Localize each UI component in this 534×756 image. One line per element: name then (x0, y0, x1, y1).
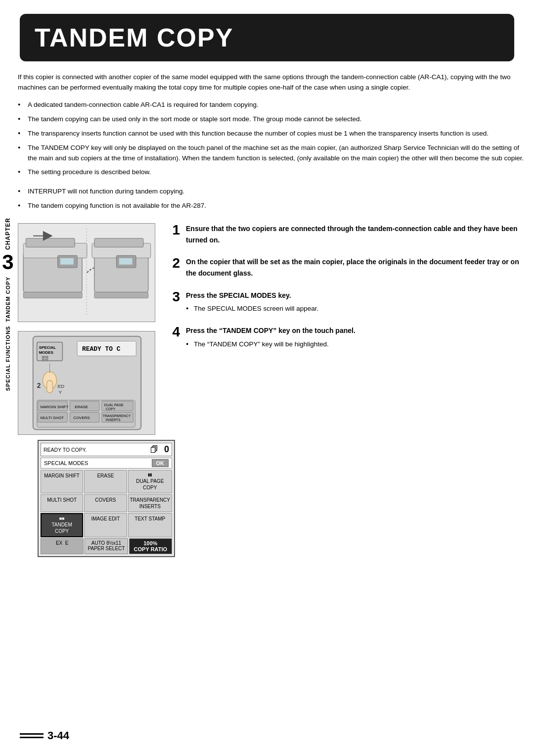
step-4-text: Press the “TANDEM COPY” key on the touch… (186, 325, 356, 352)
ok-button[interactable]: OK (152, 459, 169, 467)
chapter-number: 3 (2, 252, 13, 273)
special-modes-label: SPECIAL MODES (44, 460, 88, 466)
svg-rect-14 (119, 258, 133, 265)
extra-bullet-list: INTERRUPT will not function during tande… (18, 187, 529, 211)
ready-to-copy-row: READY TO COPY. 🗍 0 (41, 443, 172, 456)
step-3-number: 3 (166, 290, 180, 317)
ready-number: 0 (164, 444, 169, 455)
step-2-number: 2 (166, 256, 180, 279)
svg-rect-9 (94, 238, 143, 247)
svg-rect-3 (26, 238, 75, 247)
svg-rect-12 (60, 258, 74, 265)
page-number: 3-44 (47, 729, 69, 742)
panel-button-grid: MARGIN SHIFT ERASE ▮▮DUAL PAGECOPY MULTI… (41, 470, 172, 537)
text-stamp-btn[interactable]: TEXT STAMP (128, 513, 173, 538)
svg-text:COPY: COPY (106, 407, 116, 411)
tandem-copy-btn[interactable]: ■■TANDEMCOPY (41, 513, 83, 538)
image-edit-btn[interactable]: IMAGE EDIT (84, 513, 127, 538)
paper-select-cell[interactable]: AUTO 8½x11PAPER SELECT (85, 538, 128, 554)
svg-text:Y: Y (58, 389, 62, 395)
svg-text:SPECIAL: SPECIAL (39, 346, 56, 350)
step-1-text: Ensure that the two copiers are connecte… (186, 223, 529, 245)
margin-shift-btn[interactable]: MARGIN SHIFT (41, 470, 83, 493)
panel-illustration: READY TO C SPECIAL MODES 2 ED Y (18, 331, 155, 435)
exit-btn[interactable]: EX E (41, 538, 84, 554)
step-4-note: The “TANDEM COPY” key will be highlighte… (186, 339, 356, 350)
svg-text:MODES: MODES (39, 351, 53, 355)
panel-bottom-row: EX E AUTO 8½x11PAPER SELECT 100%COPY RAT… (41, 538, 172, 554)
multi-shot-btn[interactable]: MULTI SHOT (41, 494, 83, 512)
step-3-note: The SPECIAL MODES screen will appear. (186, 304, 318, 314)
svg-rect-6 (23, 292, 82, 298)
svg-rect-25 (42, 359, 45, 362)
special-modes-row: SPECIAL MODES OK (41, 458, 172, 469)
step-4: 4 Press the “TANDEM COPY” key on the tou… (166, 325, 529, 352)
ready-label: READY TO COPY. (44, 447, 87, 453)
chapter-sub-label: SPECIAL FUNCTIONS Tandem copy (5, 277, 11, 391)
touch-panel: READY TO COPY. 🗍 0 SPECIAL MODES OK MARG… (38, 440, 175, 557)
svg-text:INSERTS: INSERTS (106, 419, 121, 422)
chapter-label: CHAPTER (4, 218, 11, 250)
bullet-item-1: A dedicated tandem-connection cable AR-C… (18, 100, 529, 110)
page-line-top (20, 733, 44, 735)
bullet-item-3: The transparency inserts function cannot… (18, 129, 529, 139)
title-bar: TANDEM COPY (20, 14, 514, 61)
page-number-area: 3-44 (20, 729, 69, 742)
extra-bullet-1: INTERRUPT will not function during tande… (18, 187, 529, 197)
svg-text:2: 2 (37, 381, 41, 389)
svg-rect-10 (94, 292, 148, 298)
bullet-item-2: The tandem copying can be used only in t… (18, 114, 529, 125)
step-3-text: Press the SPECIAL MODES key. The SPECIAL… (186, 290, 318, 317)
right-column: 1 Ensure that the two copiers are connec… (166, 223, 529, 435)
page-line-bottom (20, 737, 44, 738)
step-3-header-row: 3 Press the SPECIAL MODES key. The SPECI… (166, 290, 529, 317)
svg-text:TRANSPARENCY: TRANSPARENCY (103, 415, 131, 418)
steps-area: READY TO C SPECIAL MODES 2 ED Y (18, 223, 529, 435)
svg-text:MULTI SHOT: MULTI SHOT (41, 416, 64, 421)
step-2: 2 On the copier that will be set as the … (166, 256, 529, 279)
intro-paragraph: If this copier is connected with another… (18, 72, 529, 93)
svg-rect-23 (42, 356, 45, 359)
step-2-text: On the copier that will be set as the ma… (186, 256, 529, 279)
svg-text:ERASE: ERASE (75, 405, 88, 409)
bullet-list: A dedicated tandem-connection cable AR-C… (18, 100, 529, 178)
dual-page-copy-btn[interactable]: ▮▮DUAL PAGECOPY (128, 470, 173, 493)
svg-text:DUAL PAGE: DUAL PAGE (104, 403, 124, 407)
svg-rect-28 (47, 380, 53, 393)
copier-illustration (18, 223, 155, 322)
svg-rect-26 (45, 359, 48, 362)
dual-page-icon: ▮▮ (130, 472, 171, 477)
tandem-icon: ■■ (43, 516, 81, 522)
extra-bullet-2: The tandem copying function is not avail… (18, 201, 529, 211)
svg-text:COVERS: COVERS (73, 416, 90, 421)
svg-text:READY TO C: READY TO C (82, 346, 121, 353)
chapter-sidebar: CHAPTER 3 SPECIAL FUNCTIONS Tandem copy (0, 218, 16, 391)
copy-icon: 🗍 (150, 445, 158, 454)
step-1: 1 Ensure that the two copiers are connec… (166, 223, 529, 245)
covers-btn[interactable]: COVERS (84, 494, 127, 512)
bullet-item-4: The TANDEM COPY key will only be display… (18, 143, 529, 164)
page-title: TANDEM COPY (35, 23, 499, 52)
step-4-number: 4 (166, 325, 180, 352)
left-column: READY TO C SPECIAL MODES 2 ED Y (18, 223, 156, 435)
erase-btn[interactable]: ERASE (84, 470, 127, 493)
svg-rect-24 (45, 356, 48, 359)
bullet-item-5: The setting procedure is described below… (18, 167, 529, 178)
page-lines-decoration (20, 733, 44, 738)
copy-ratio-cell[interactable]: 100%COPY RATIO (129, 538, 172, 554)
transparency-inserts-btn[interactable]: TRANSPARENCYINSERTS (128, 494, 173, 512)
touch-panel-section: READY TO COPY. 🗍 0 SPECIAL MODES OK MARG… (38, 440, 529, 557)
step-1-number: 1 (166, 223, 180, 245)
svg-text:MARGIN SHIFT: MARGIN SHIFT (41, 405, 69, 409)
svg-text:ED: ED (57, 383, 64, 389)
